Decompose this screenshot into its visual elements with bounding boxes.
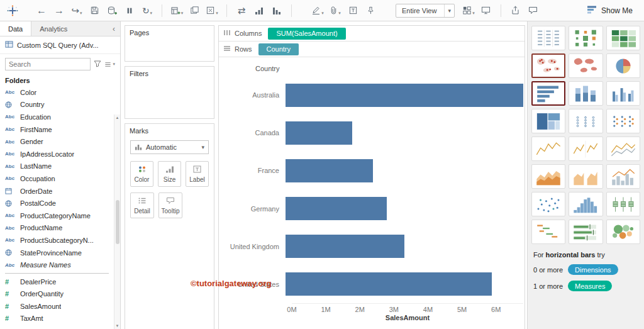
clear-sheet-icon[interactable]: ▾ bbox=[204, 3, 219, 18]
datasource-item[interactable]: Custom SQL Query (Adv... bbox=[0, 36, 120, 54]
showme-side-by-side-bars[interactable] bbox=[606, 81, 640, 106]
scrollbar-vertical[interactable]: ▲ ▼ bbox=[114, 114, 120, 329]
highlight-icon[interactable]: ▾ bbox=[310, 3, 325, 18]
field-item-productcategoryname[interactable]: AbcProductCategoryName bbox=[0, 209, 114, 222]
bar-australia[interactable] bbox=[286, 84, 523, 107]
forward-arrow-icon[interactable]: → bbox=[52, 3, 67, 18]
showme-stacked-bars[interactable] bbox=[569, 81, 602, 106]
chevron-down-icon[interactable]: ▾ bbox=[444, 4, 454, 17]
field-item-ipaddresslocator[interactable]: AbcIpAddressLocator bbox=[0, 148, 114, 160]
field-item-orderquantity[interactable]: #OrderQuantity bbox=[0, 288, 114, 301]
showme-dual-lines[interactable] bbox=[606, 137, 640, 161]
field-item-firstname[interactable]: AbcFirstName bbox=[0, 123, 114, 136]
field-item-productname[interactable]: AbcProductName bbox=[0, 222, 114, 235]
text-label-icon[interactable] bbox=[345, 3, 360, 18]
rows-pill[interactable]: Country bbox=[258, 43, 299, 55]
bar-united-states[interactable] bbox=[286, 272, 492, 296]
refresh-icon[interactable]: ↻▾ bbox=[140, 3, 155, 18]
collapse-panel-icon[interactable]: ‹ bbox=[108, 21, 120, 36]
field-item-color[interactable]: AbcColor bbox=[0, 86, 114, 99]
showme-discrete-lines[interactable] bbox=[569, 137, 602, 161]
showme-scatter-plot[interactable] bbox=[531, 192, 565, 216]
category-label[interactable]: United Kingdom bbox=[224, 243, 286, 250]
pin-icon[interactable] bbox=[363, 3, 378, 18]
presentation-icon[interactable] bbox=[479, 3, 494, 18]
redo-icon[interactable]: ↪▾ bbox=[69, 3, 84, 18]
tooltip-button[interactable]: Tooltip bbox=[158, 192, 182, 218]
tab-analytics[interactable]: Analytics bbox=[31, 21, 75, 36]
columns-shelf[interactable]: Columns SUM(SalesAmount) bbox=[219, 26, 525, 42]
tab-data[interactable]: Data bbox=[0, 21, 31, 36]
bar-france[interactable] bbox=[286, 159, 373, 182]
showme-bullet-graph[interactable] bbox=[569, 220, 602, 244]
showme-discrete-area[interactable] bbox=[569, 164, 602, 189]
showme-filled-map[interactable] bbox=[569, 53, 602, 78]
field-item-dealerprice[interactable]: #DealerPrice bbox=[0, 276, 114, 288]
view-options-icon[interactable]: ▾ bbox=[104, 61, 115, 68]
showme-circle-views[interactable] bbox=[569, 109, 602, 133]
rows-shelf[interactable]: Rows Country bbox=[219, 42, 525, 57]
showme-continuous-area[interactable] bbox=[531, 164, 565, 189]
field-item-education[interactable]: AbcEducation bbox=[0, 111, 114, 123]
swap-axes-icon[interactable]: ⇄ bbox=[234, 3, 249, 18]
columns-pill[interactable]: SUM(SalesAmount) bbox=[268, 28, 345, 40]
chevron-down-icon[interactable]: ▾ bbox=[201, 144, 204, 150]
field-item-lastname[interactable]: AbcLastName bbox=[0, 160, 114, 173]
scroll-down-icon[interactable]: ▼ bbox=[116, 324, 119, 328]
filter-fields-icon[interactable] bbox=[94, 60, 101, 69]
showme-gantt[interactable] bbox=[531, 220, 565, 244]
size-button[interactable]: Size bbox=[158, 161, 181, 187]
label-button[interactable]: Label bbox=[186, 161, 209, 187]
showme-histogram[interactable] bbox=[569, 192, 602, 216]
fit-selector[interactable]: Entire View ▾ bbox=[396, 4, 455, 18]
category-label[interactable]: Australia bbox=[224, 91, 286, 99]
showme-text-table[interactable] bbox=[531, 26, 565, 50]
scroll-up-icon[interactable]: ▲ bbox=[116, 116, 119, 120]
field-item-gender[interactable]: AbcGender bbox=[0, 135, 114, 148]
field-item-productsubcategoryn-[interactable]: AbcProductSubcategoryN... bbox=[0, 234, 114, 247]
show-cards-icon[interactable]: ▾ bbox=[461, 3, 476, 18]
mark-type-dropdown[interactable]: Automatic ▾ bbox=[130, 140, 209, 154]
back-arrow-icon[interactable]: ← bbox=[34, 3, 49, 18]
search-field[interactable] bbox=[9, 60, 87, 68]
field-item-country[interactable]: Country bbox=[0, 99, 114, 111]
showme-packed-bubbles[interactable] bbox=[606, 220, 640, 244]
category-label[interactable]: France bbox=[224, 167, 286, 174]
pause-updates-icon[interactable] bbox=[122, 3, 137, 18]
field-item-occupation[interactable]: AbcOccupation bbox=[0, 172, 114, 185]
paperclip-icon[interactable]: ▾ bbox=[328, 3, 343, 18]
show-me-button[interactable]: Show Me bbox=[580, 3, 639, 19]
chart-column-header[interactable]: Country bbox=[224, 59, 523, 76]
field-item-orderdate[interactable]: OrderDate bbox=[0, 185, 114, 198]
field-item-postalcode[interactable]: PostalCode bbox=[0, 197, 114, 209]
bar-canada[interactable] bbox=[286, 121, 352, 145]
sort-ascending-icon[interactable] bbox=[252, 3, 267, 18]
showme-side-by-side-circles[interactable] bbox=[606, 109, 640, 133]
sort-descending-icon[interactable] bbox=[269, 3, 284, 18]
showme-box-and-whisker[interactable] bbox=[606, 192, 640, 216]
search-input[interactable] bbox=[5, 58, 91, 70]
detail-button[interactable]: Detail bbox=[130, 192, 154, 218]
showme-pie-chart[interactable] bbox=[606, 53, 640, 78]
category-label[interactable]: Germany bbox=[224, 205, 286, 213]
showme-continuous-lines[interactable] bbox=[531, 137, 565, 161]
pages-shelf[interactable]: Pages bbox=[125, 25, 214, 62]
comment-icon[interactable] bbox=[526, 3, 541, 18]
field-item-measure-names[interactable]: AbcMeasure Names bbox=[0, 259, 114, 271]
add-data-icon[interactable] bbox=[104, 3, 119, 18]
showme-heat-map[interactable] bbox=[569, 26, 602, 50]
bar-united-kingdom[interactable] bbox=[286, 235, 404, 258]
field-item-salesamount[interactable]: #SalesAmount bbox=[0, 300, 114, 313]
field-item-stateprovincename[interactable]: StateProvinceName bbox=[0, 247, 114, 259]
scroll-thumb[interactable] bbox=[116, 200, 119, 244]
save-icon[interactable] bbox=[87, 3, 102, 18]
showme-dual-combination[interactable] bbox=[606, 164, 640, 189]
duplicate-sheet-icon[interactable] bbox=[187, 3, 202, 18]
filters-shelf[interactable]: Filters bbox=[125, 66, 214, 119]
showme-horizontal-bars[interactable] bbox=[531, 81, 565, 106]
showme-treemap[interactable] bbox=[531, 109, 565, 133]
color-button[interactable]: Color bbox=[130, 161, 153, 187]
category-label[interactable]: Canada bbox=[224, 129, 286, 137]
bar-germany[interactable] bbox=[286, 197, 387, 220]
showme-highlight-table[interactable] bbox=[606, 26, 640, 50]
